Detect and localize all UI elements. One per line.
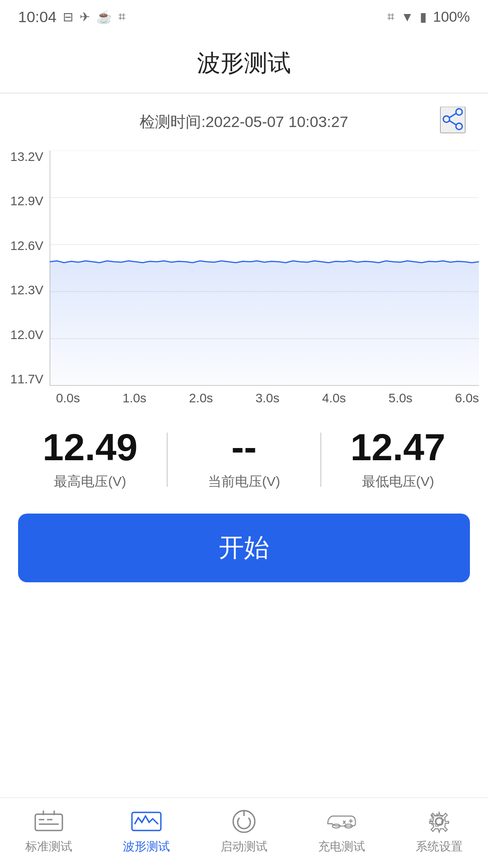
svg-marker-13 bbox=[50, 261, 479, 386]
chart-area bbox=[50, 151, 479, 386]
nav-label-settings: 系统设置 bbox=[416, 839, 463, 854]
min-voltage-value: 12.47 bbox=[321, 428, 474, 466]
key-icon: ⌗ bbox=[118, 9, 126, 24]
detection-time: 检测时间:2022-05-07 10:03:27 bbox=[140, 112, 348, 132]
nav-label-waveform: 波形测试 bbox=[123, 839, 170, 854]
stat-max-voltage: 12.49 最高电压(V) bbox=[14, 428, 167, 491]
y-label-5: 11.7V bbox=[9, 373, 43, 386]
chart-wrapper: 13.2V 12.9V 12.6V 12.3V 12.0V 11.7V bbox=[9, 151, 479, 386]
svg-line-4 bbox=[449, 121, 456, 125]
sim-icon: ⊟ bbox=[63, 9, 73, 24]
nav-item-standard[interactable]: 标准测试 bbox=[0, 809, 98, 854]
y-label-1: 12.9V bbox=[9, 195, 43, 208]
x-label-2: 2.0s bbox=[189, 391, 213, 406]
max-voltage-label: 最高电压(V) bbox=[14, 472, 167, 491]
min-voltage-label: 最低电压(V) bbox=[321, 472, 474, 491]
nav-item-startup[interactable]: 启动测试 bbox=[195, 809, 293, 854]
status-bar: 10:04 ⊟ ✈ ☕ ⌗ ⌗ ▼ ▮ 100% bbox=[0, 0, 488, 31]
x-label-6: 6.0s bbox=[455, 391, 479, 406]
nav-icon-settings bbox=[424, 809, 455, 834]
stat-min-voltage: 12.47 最低电压(V) bbox=[321, 428, 474, 491]
start-btn-container: 开始 bbox=[0, 509, 488, 600]
y-label-2: 12.6V bbox=[9, 240, 43, 252]
wifi-icon: ▼ bbox=[401, 10, 413, 24]
max-voltage-value: 12.49 bbox=[14, 428, 167, 466]
stats-row: 12.49 最高电压(V) -- 当前电压(V) 12.47 最低电压(V) bbox=[0, 406, 488, 509]
y-label-4: 12.0V bbox=[9, 329, 43, 341]
nav-label-standard: 标准测试 bbox=[25, 839, 72, 854]
nav-item-charging[interactable]: 充电测试 bbox=[293, 809, 390, 854]
x-label-0: 0.0s bbox=[56, 391, 80, 406]
current-voltage-value: -- bbox=[168, 428, 321, 466]
page-title: 波形测试 bbox=[0, 47, 488, 79]
nav-label-charging: 充电测试 bbox=[318, 839, 365, 854]
y-label-3: 12.3V bbox=[9, 284, 43, 297]
airplane-icon: ✈ bbox=[80, 9, 90, 24]
key2-icon: ⌗ bbox=[387, 9, 394, 24]
x-label-5: 5.0s bbox=[389, 391, 413, 406]
nav-label-startup: 启动测试 bbox=[221, 839, 267, 854]
current-voltage-label: 当前电压(V) bbox=[168, 472, 321, 491]
y-label-0: 13.2V bbox=[9, 151, 43, 163]
status-left: 10:04 ⊟ ✈ ☕ ⌗ bbox=[18, 8, 126, 26]
y-axis-labels: 13.2V 12.9V 12.6V 12.3V 12.0V 11.7V bbox=[9, 151, 50, 386]
coffee-icon: ☕ bbox=[96, 9, 112, 24]
share-button[interactable] bbox=[440, 107, 465, 133]
x-axis-labels: 0.0s 1.0s 2.0s 3.0s 4.0s 5.0s 6.0s bbox=[9, 386, 479, 406]
svg-point-2 bbox=[443, 116, 450, 123]
x-label-4: 4.0s bbox=[322, 391, 346, 406]
page-title-bar: 波形测试 bbox=[0, 31, 488, 93]
nav-item-waveform[interactable]: 波形测试 bbox=[98, 809, 195, 854]
detection-info-row: 检测时间:2022-05-07 10:03:27 bbox=[0, 94, 488, 146]
x-label-1: 1.0s bbox=[122, 391, 146, 406]
nav-icon-startup bbox=[229, 809, 259, 834]
battery-icon: ▮ bbox=[420, 9, 427, 24]
svg-point-1 bbox=[456, 123, 462, 130]
chart-container: 13.2V 12.9V 12.6V 12.3V 12.0V 11.7V bbox=[0, 146, 488, 406]
x-label-3: 3.0s bbox=[256, 391, 280, 406]
nav-item-settings[interactable]: 系统设置 bbox=[390, 809, 488, 854]
start-button[interactable]: 开始 bbox=[18, 514, 470, 582]
nav-icon-charging bbox=[326, 809, 357, 834]
battery-percent: 100% bbox=[433, 9, 470, 25]
status-time: 10:04 bbox=[18, 8, 56, 26]
svg-line-3 bbox=[449, 113, 456, 118]
svg-point-0 bbox=[456, 109, 462, 115]
svg-rect-14 bbox=[35, 814, 62, 830]
chart-svg bbox=[50, 151, 479, 386]
nav-icon-standard bbox=[33, 809, 64, 834]
status-right: ⌗ ▼ ▮ 100% bbox=[387, 9, 470, 25]
nav-icon-waveform bbox=[131, 809, 162, 834]
share-icon bbox=[441, 126, 465, 132]
bottom-nav: 标准测试 波形测试 启动测试 bbox=[0, 797, 488, 868]
stat-current-voltage: -- 当前电压(V) bbox=[168, 428, 321, 491]
